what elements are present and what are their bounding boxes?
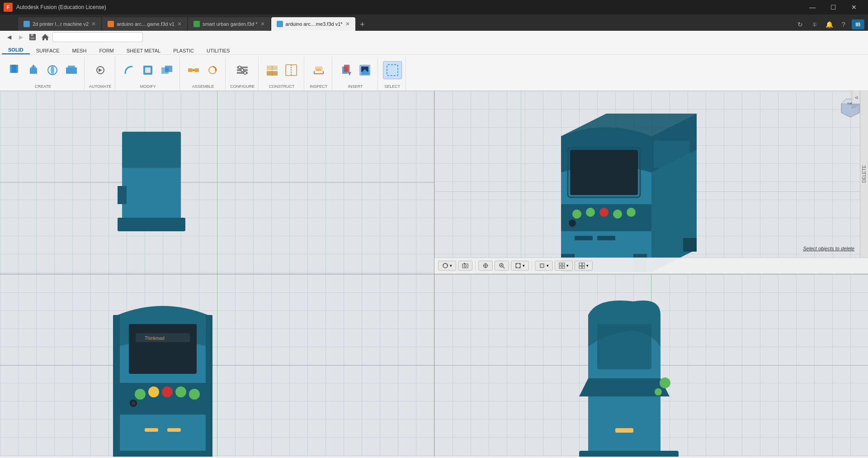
arcade-3d-main <box>507 100 778 274</box>
forward-button[interactable]: ▶ <box>15 32 26 43</box>
configure-tools <box>233 57 251 83</box>
arcade-2d-top <box>113 118 212 245</box>
camera-tool[interactable] <box>458 261 472 271</box>
user-button[interactable]: IB <box>852 19 864 29</box>
svg-point-57 <box>572 210 581 219</box>
ribbon-content: CREATE AUTOMATE <box>0 54 868 91</box>
svg-point-29 <box>244 72 246 74</box>
ribbon-tab-form[interactable]: FORM <box>93 47 120 54</box>
tab-bar-actions: ↻ ① 🔔 ? IB <box>794 18 864 31</box>
tool-sweep[interactable] <box>62 62 80 79</box>
ribbon-tab-solid[interactable]: SOLID <box>2 46 30 54</box>
close-button[interactable]: ✕ <box>844 0 864 14</box>
tool-parameters[interactable] <box>233 62 251 79</box>
configure-label: CONFIGURE <box>230 84 255 89</box>
tab-4-close[interactable]: ✕ <box>345 21 350 27</box>
ribbon-tab-mesh[interactable]: MESH <box>66 47 93 54</box>
tab-4-icon <box>277 21 283 27</box>
tab-1-close[interactable]: ✕ <box>91 21 96 27</box>
tab-2-close[interactable]: ✕ <box>177 21 182 27</box>
view-pane-topleft[interactable] <box>0 91 434 274</box>
automate-label: AUTOMATE <box>89 84 111 89</box>
orbit-tool[interactable]: ▾ <box>438 261 456 271</box>
help-button[interactable]: ? <box>837 18 850 31</box>
back-button[interactable]: ◀ <box>4 32 14 43</box>
create-tools <box>5 57 80 83</box>
view-pane-bottomright[interactable] <box>434 274 868 457</box>
motion-icon <box>205 63 220 77</box>
svg-point-58 <box>586 208 595 217</box>
tool-fillet[interactable] <box>120 62 138 79</box>
view-pane-topright[interactable]: TOP R ⊲ DELETE Select objects to delete … <box>434 91 868 274</box>
sweep-icon <box>64 63 79 77</box>
svg-line-80 <box>503 267 505 268</box>
new-tab-button[interactable]: + <box>356 18 369 31</box>
ribbon-group-construct: CONSTRUCT <box>259 57 304 91</box>
panel-collapse-button[interactable]: ⊲ <box>852 91 860 104</box>
tool-offset-plane[interactable] <box>263 62 281 79</box>
parameters-icon <box>235 63 250 77</box>
tool-combine[interactable] <box>158 62 176 79</box>
notification-button[interactable]: ① <box>808 18 821 31</box>
ribbon-tab-utilities[interactable]: UTILITIES <box>200 47 236 54</box>
maximize-button[interactable]: ☐ <box>823 0 844 14</box>
save-button[interactable] <box>27 32 38 43</box>
zoom-tool[interactable] <box>495 261 509 271</box>
ribbon-tab-sheet-metal[interactable]: SHEET METAL <box>120 47 167 54</box>
svg-rect-89 <box>562 266 565 268</box>
svg-rect-86 <box>559 263 561 265</box>
ribbon-group-assemble: ASSEMBLE <box>181 57 226 91</box>
tool-new-component[interactable] <box>5 62 24 79</box>
view-pane-bottomleft[interactable]: Thinkmad <box>0 274 434 457</box>
ribbon-tab-plastic[interactable]: PLASTIC <box>167 47 200 54</box>
tool-canvas[interactable] <box>356 62 374 79</box>
tool-select[interactable] <box>383 61 402 79</box>
tool-joint[interactable] <box>184 62 203 79</box>
tab-2[interactable]: arduino arc....game.f3d v1 ✕ <box>102 17 187 31</box>
tab-3-close[interactable]: ✕ <box>260 21 265 27</box>
select-label: SELECT <box>384 84 400 89</box>
svg-rect-1 <box>31 34 33 36</box>
arcade-side-view <box>561 288 697 457</box>
select-icon <box>385 63 400 77</box>
inspect-tools: mm <box>310 57 328 83</box>
svg-rect-106 <box>145 428 158 432</box>
tool-automate[interactable] <box>91 62 109 79</box>
breadcrumb[interactable] <box>52 32 143 42</box>
viewport-toolbar: ▾ ▾ ▾ <box>434 258 868 274</box>
display-mode[interactable]: ▾ <box>535 261 553 271</box>
svg-text:R: R <box>852 106 853 109</box>
svg-rect-50 <box>118 218 185 231</box>
svg-point-105 <box>131 401 136 406</box>
svg-rect-54 <box>570 150 638 195</box>
svg-point-101 <box>162 386 173 397</box>
tab-3[interactable]: smart urban garden.f3d * ✕ <box>188 17 270 31</box>
tool-shell[interactable] <box>139 62 157 79</box>
grid-settings[interactable]: ▾ <box>555 261 573 271</box>
insert-label: INSERT <box>348 84 363 89</box>
fit-tool[interactable]: ▾ <box>511 261 529 271</box>
tool-motion[interactable] <box>203 62 222 79</box>
tool-insert-derive[interactable] <box>337 62 355 79</box>
bell-button[interactable]: 🔔 <box>823 18 835 31</box>
tool-extrude[interactable] <box>24 62 42 79</box>
refresh-button[interactable]: ↻ <box>794 18 807 31</box>
svg-rect-41 <box>344 65 349 72</box>
svg-rect-65 <box>654 141 690 168</box>
tool-revolve[interactable] <box>43 62 61 79</box>
svg-rect-17 <box>165 66 172 72</box>
tool-midplane[interactable] <box>282 62 300 79</box>
home-button[interactable] <box>39 32 52 43</box>
fillet-icon <box>122 63 136 77</box>
ribbon-tab-surface[interactable]: SURFACE <box>30 47 66 54</box>
minimize-button[interactable]: — <box>802 0 823 14</box>
canvas-icon <box>358 63 372 77</box>
svg-point-102 <box>175 386 186 397</box>
tab-1[interactable]: 2d printer l...r machine v2 ✕ <box>18 17 101 31</box>
ribbon-group-inspect: mm INSPECT <box>305 57 332 91</box>
tab-4[interactable]: arduino arc....me3.f3d v1* ✕ <box>271 17 355 31</box>
delete-panel[interactable]: DELETE <box>860 91 868 258</box>
pan-tool[interactable] <box>478 261 493 271</box>
tool-measure[interactable]: mm <box>310 62 328 79</box>
viewport-panels[interactable]: ▾ <box>575 261 593 271</box>
